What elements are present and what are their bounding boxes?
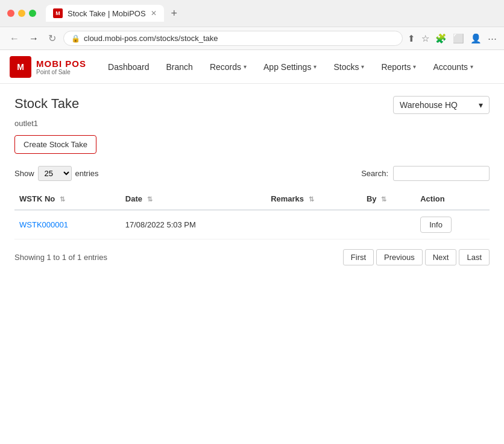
create-stock-take-button[interactable]: Create Stock Take bbox=[14, 135, 96, 154]
col-by[interactable]: By ⇅ bbox=[362, 188, 415, 210]
warehouse-dropdown-arrow: ▾ bbox=[479, 100, 483, 110]
warehouse-label: Warehouse HQ bbox=[400, 100, 458, 110]
entries-label: entries bbox=[75, 169, 99, 178]
cell-date: 17/08/2022 5:03 PM bbox=[121, 210, 266, 239]
show-entries: Show 10 25 50 100 entries bbox=[14, 166, 99, 181]
records-dropdown-arrow: ▾ bbox=[244, 63, 247, 70]
nav-branch[interactable]: Branch bbox=[159, 57, 200, 77]
stocks-dropdown-arrow: ▾ bbox=[361, 63, 364, 70]
col-date[interactable]: Date ⇅ bbox=[121, 188, 266, 210]
address-bar[interactable]: 🔒 cloud.mobi-pos.com/stocks/stock_take bbox=[63, 31, 403, 46]
app-nav-links: Dashboard Branch Records ▾ App Settings … bbox=[101, 57, 494, 77]
cell-action: Info bbox=[415, 210, 490, 239]
table-footer: Showing 1 to 1 of 1 entries First Previo… bbox=[14, 249, 490, 265]
previous-page-button[interactable]: Previous bbox=[376, 249, 423, 265]
new-tab-button[interactable]: + bbox=[171, 7, 178, 20]
menu-icon[interactable]: ⋯ bbox=[488, 33, 497, 44]
logo-icon: M bbox=[10, 56, 31, 78]
info-button[interactable]: Info bbox=[420, 217, 452, 233]
col-remarks[interactable]: Remarks ⇅ bbox=[266, 188, 362, 210]
page-header: Stock Take Warehouse HQ ▾ bbox=[14, 96, 490, 114]
tab-close-icon[interactable]: ✕ bbox=[151, 9, 157, 17]
lock-icon: 🔒 bbox=[71, 34, 80, 43]
table-header-row: WSTK No ⇅ Date ⇅ Remarks ⇅ By ⇅ Action bbox=[14, 188, 490, 210]
browser-tab[interactable]: M Stock Take | MobiPOS ✕ bbox=[46, 5, 164, 22]
sort-icon-remarks: ⇅ bbox=[309, 195, 314, 203]
table-body: WSTK000001 17/08/2022 5:03 PM Info bbox=[14, 210, 490, 239]
sort-icon-by: ⇅ bbox=[381, 195, 386, 203]
app-logo: M MOBI POS Point of Sale bbox=[10, 56, 86, 78]
nav-accounts[interactable]: Accounts ▾ bbox=[426, 57, 480, 77]
col-wstk-no[interactable]: WSTK No ⇅ bbox=[14, 188, 121, 210]
nav-app-settings[interactable]: App Settings ▾ bbox=[256, 57, 324, 77]
refresh-button[interactable]: ↻ bbox=[46, 31, 58, 45]
logo-subtitle: Point of Sale bbox=[36, 69, 86, 75]
browser-toolbar: ⬆ ☆ 🧩 ⬜ 👤 ⋯ bbox=[408, 33, 497, 44]
sort-icon-wstk: ⇅ bbox=[60, 195, 65, 203]
forward-button[interactable]: → bbox=[27, 32, 41, 45]
search-label: Search: bbox=[361, 169, 388, 178]
accounts-dropdown-arrow: ▾ bbox=[470, 63, 473, 70]
first-page-button[interactable]: First bbox=[343, 249, 374, 265]
share-icon[interactable]: ⬆ bbox=[408, 33, 415, 44]
nav-records[interactable]: Records ▾ bbox=[203, 57, 254, 77]
table-head: WSTK No ⇅ Date ⇅ Remarks ⇅ By ⇅ Action bbox=[14, 188, 490, 210]
sort-icon-date: ⇅ bbox=[147, 195, 153, 203]
page-title: Stock Take bbox=[14, 96, 79, 112]
search-input[interactable] bbox=[393, 166, 490, 181]
data-table: WSTK No ⇅ Date ⇅ Remarks ⇅ By ⇅ Action bbox=[14, 188, 490, 239]
tab-title: Stock Take | MobiPOS bbox=[68, 9, 146, 18]
page-content: Stock Take Warehouse HQ ▾ outlet1 Create… bbox=[0, 84, 504, 278]
wstk-link[interactable]: WSTK000001 bbox=[19, 220, 68, 229]
nav-dashboard[interactable]: Dashboard bbox=[101, 57, 157, 77]
show-label: Show bbox=[14, 169, 34, 178]
logo-text: MOBI POS Point of Sale bbox=[36, 59, 86, 75]
logo-title: MOBI POS bbox=[36, 59, 86, 69]
nav-reports[interactable]: Reports ▾ bbox=[374, 57, 423, 77]
browser-nav: ← → ↻ 🔒 cloud.mobi-pos.com/stocks/stock_… bbox=[0, 27, 504, 49]
outlet-label: outlet1 bbox=[14, 119, 490, 128]
entries-select[interactable]: 10 25 50 100 bbox=[38, 166, 72, 181]
app-navbar: M MOBI POS Point of Sale Dashboard Branc… bbox=[0, 50, 504, 84]
pagination: First Previous Next Last bbox=[343, 249, 490, 265]
col-action: Action bbox=[415, 188, 490, 210]
extensions-icon[interactable]: 🧩 bbox=[435, 33, 447, 44]
address-url: cloud.mobi-pos.com/stocks/stock_take bbox=[84, 34, 218, 43]
cell-wstk-no: WSTK000001 bbox=[14, 210, 121, 239]
split-view-icon[interactable]: ⬜ bbox=[453, 33, 464, 44]
maximize-dot[interactable] bbox=[29, 10, 36, 17]
close-dot[interactable] bbox=[7, 10, 14, 17]
cell-remarks bbox=[266, 210, 362, 239]
reports-dropdown-arrow: ▾ bbox=[413, 63, 416, 70]
warehouse-select[interactable]: Warehouse HQ ▾ bbox=[393, 96, 490, 114]
table-row: WSTK000001 17/08/2022 5:03 PM Info bbox=[14, 210, 490, 239]
browser-titlebar: M Stock Take | MobiPOS ✕ + bbox=[0, 0, 504, 27]
table-controls: Show 10 25 50 100 entries Search: bbox=[14, 166, 490, 181]
browser-chrome: M Stock Take | MobiPOS ✕ + ← → ↻ 🔒 cloud… bbox=[0, 0, 504, 50]
bookmark-icon[interactable]: ☆ bbox=[421, 33, 429, 44]
back-button[interactable]: ← bbox=[7, 32, 22, 45]
profile-icon[interactable]: 👤 bbox=[470, 33, 482, 44]
minimize-dot[interactable] bbox=[18, 10, 25, 17]
nav-stocks[interactable]: Stocks ▾ bbox=[326, 57, 371, 77]
browser-dots bbox=[7, 10, 36, 17]
cell-by bbox=[362, 210, 415, 239]
last-page-button[interactable]: Last bbox=[459, 249, 490, 265]
appsettings-dropdown-arrow: ▾ bbox=[313, 63, 317, 70]
search-box: Search: bbox=[361, 166, 490, 181]
pagination-info: Showing 1 to 1 of 1 entries bbox=[14, 253, 107, 262]
tab-favicon: M bbox=[53, 8, 63, 18]
next-page-button[interactable]: Next bbox=[425, 249, 457, 265]
